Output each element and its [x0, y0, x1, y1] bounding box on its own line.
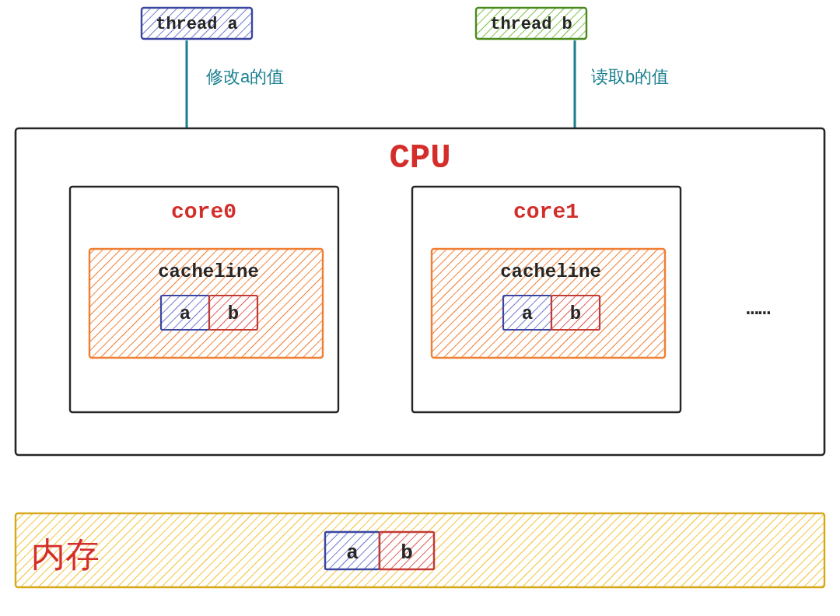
- memory-label: 内存: [31, 535, 100, 573]
- arrow-a-label: 修改a的值: [206, 67, 284, 86]
- cpu-ellipsis: ……: [746, 297, 770, 320]
- core1-cell-b: b: [551, 296, 600, 330]
- core1-cacheline-label: cacheline: [500, 261, 601, 282]
- svg-text:b: b: [228, 303, 239, 324]
- core1-cacheline: cacheline a b: [432, 249, 665, 358]
- core0-box: core0 cacheline a b: [70, 187, 338, 412]
- svg-text:b: b: [401, 541, 413, 565]
- memory-cell-a: a: [325, 532, 380, 569]
- svg-text:b: b: [570, 303, 581, 324]
- memory-box: 内存 a b: [16, 513, 824, 587]
- core0-cell-a: a: [161, 296, 209, 330]
- core0-cacheline-label: cacheline: [158, 261, 259, 282]
- thread-b-label: thread b: [490, 15, 572, 34]
- cpu-box: CPU core0 cacheline a b: [16, 128, 824, 455]
- arrow-b-label: 读取b的值: [591, 67, 669, 86]
- core1-label: core1: [513, 200, 579, 224]
- core0-cacheline: cacheline a b: [89, 249, 323, 358]
- svg-text:a: a: [346, 541, 359, 565]
- thread-a-box: thread a: [142, 8, 252, 39]
- svg-text:a: a: [180, 303, 191, 324]
- memory-cell-b: b: [380, 532, 434, 569]
- core0-cell-b: b: [209, 296, 257, 330]
- thread-b-box: thread b: [476, 8, 586, 39]
- cpu-title: CPU: [389, 138, 450, 177]
- core1-cell-a: a: [503, 296, 551, 330]
- svg-text:a: a: [522, 303, 533, 324]
- thread-a-label: thread a: [156, 15, 238, 34]
- core0-label: core0: [171, 200, 236, 224]
- core1-box: core1 cacheline a b: [412, 187, 681, 412]
